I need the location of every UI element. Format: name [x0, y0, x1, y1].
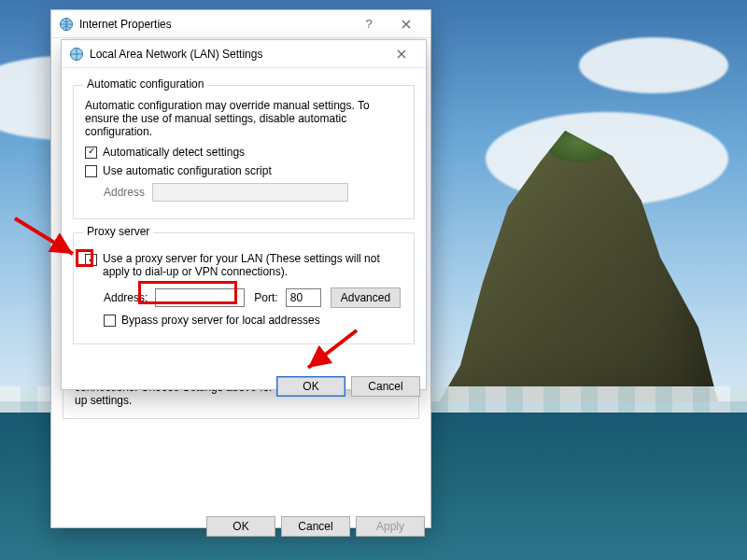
cancel-button[interactable]: Cancel — [351, 376, 420, 397]
auto-detect-checkbox[interactable] — [85, 147, 97, 159]
decor-cloud — [579, 37, 728, 93]
bypass-local-label: Bypass proxy server for local addresses — [121, 314, 320, 327]
use-script-label: Use automatic configuration script — [103, 164, 272, 177]
group-legend: Proxy server — [83, 225, 153, 238]
script-address-label: Address — [104, 186, 145, 199]
auto-config-note: Automatic configuration may override man… — [85, 99, 402, 138]
window-title: Local Area Network (LAN) Settings — [90, 48, 383, 61]
desktop-background: Internet Properties ? Local Area Network… — [0, 0, 747, 560]
use-proxy-checkbox[interactable] — [85, 254, 97, 266]
proxy-port-input[interactable] — [286, 288, 321, 307]
titlebar[interactable]: Local Area Network (LAN) Settings — [62, 40, 426, 68]
proxy-address-input[interactable] — [155, 288, 245, 307]
auto-config-group: Automatic configuration Automatic config… — [73, 85, 415, 219]
window-title: Internet Properties — [79, 18, 350, 31]
script-address-input — [152, 183, 348, 202]
ok-button[interactable]: OK — [276, 376, 345, 397]
cancel-button[interactable]: Cancel — [281, 516, 350, 537]
window-body: Automatic configuration Automatic config… — [62, 68, 426, 367]
proxy-address-label: Address: — [104, 291, 148, 304]
auto-detect-label: Automatically detect settings — [103, 146, 245, 159]
use-script-checkbox[interactable] — [85, 165, 97, 177]
close-button[interactable] — [388, 11, 425, 37]
internet-options-icon — [59, 17, 74, 32]
help-button[interactable]: ? — [350, 11, 388, 37]
use-proxy-label: Use a proxy server for your LAN (These s… — [103, 252, 402, 278]
proxy-port-label: Port: — [254, 291, 277, 304]
group-legend: Automatic configuration — [83, 77, 207, 91]
lan-settings-dialog: Local Area Network (LAN) Settings Automa… — [61, 39, 427, 390]
proxy-group: Proxy server Use a proxy server for your… — [73, 232, 415, 344]
titlebar[interactable]: Internet Properties ? — [51, 10, 430, 38]
bypass-local-checkbox[interactable] — [104, 315, 116, 327]
apply-button[interactable]: Apply — [356, 516, 425, 537]
internet-options-icon — [69, 47, 84, 62]
dialog-buttons: OK Cancel Apply — [51, 507, 430, 544]
dialog-buttons: OK Cancel — [62, 367, 426, 404]
ok-button[interactable]: OK — [206, 516, 275, 537]
close-button[interactable] — [383, 41, 420, 67]
advanced-button[interactable]: Advanced — [331, 287, 401, 308]
